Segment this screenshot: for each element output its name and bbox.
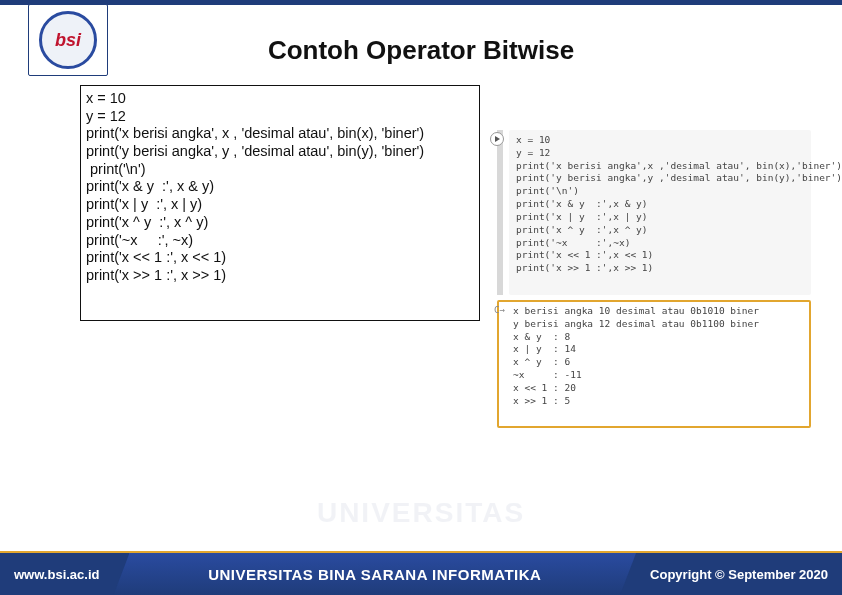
output-marker: C→	[494, 305, 505, 315]
nb-code-line: y = 12	[516, 147, 804, 160]
nb-out-line: y berisi angka 12 desimal atau 0b1100 bi…	[513, 318, 805, 331]
code-line: print('x << 1 :', x << 1)	[86, 249, 474, 267]
footer-center: UNIVERSITAS BINA SARANA INFORMATIKA	[129, 553, 620, 595]
footer: www.bsi.ac.id UNIVERSITAS BINA SARANA IN…	[0, 553, 842, 595]
code-line: print('x ^ y :', x ^ y)	[86, 214, 474, 232]
watermark: UNIVERSITAS	[130, 483, 712, 543]
nb-code-line: print('x berisi angka',x ,'desimal atau'…	[516, 160, 804, 173]
code-line: print('~x :', ~x)	[86, 232, 474, 250]
top-edge	[0, 0, 842, 5]
cell-gutter	[497, 130, 503, 295]
code-line: print('x & y :', x & y)	[86, 178, 474, 196]
nb-out-line: ~x : -11	[513, 369, 805, 382]
code-line: print('\n')	[86, 161, 474, 179]
footer-copyright: Copyright © September 2020	[620, 553, 842, 595]
nb-code-line: print('x ^ y :',x ^ y)	[516, 224, 804, 237]
code-line: x = 10	[86, 90, 474, 108]
nb-out-line: x >> 1 : 5	[513, 395, 805, 408]
nb-code-line: print('\n')	[516, 185, 804, 198]
notebook-code[interactable]: x = 10 y = 12 print('x berisi angka',x ,…	[509, 130, 811, 295]
nb-code-line: print('x << 1 :',x << 1)	[516, 249, 804, 262]
slide: bsi Contoh Operator Bitwise x = 10 y = 1…	[0, 0, 842, 595]
code-box: x = 10 y = 12 print('x berisi angka', x …	[80, 85, 480, 321]
notebook-output: x berisi angka 10 desimal atau 0b1010 bi…	[513, 305, 805, 408]
nb-out-line: x | y : 14	[513, 343, 805, 356]
notebook-output-cell: C→ x berisi angka 10 desimal atau 0b1010…	[497, 300, 811, 428]
nb-out-line: x & y : 8	[513, 331, 805, 344]
code-line: print('x berisi angka', x , 'desimal ata…	[86, 125, 474, 143]
footer-url: www.bsi.ac.id	[0, 553, 129, 595]
notebook-input-cell: x = 10 y = 12 print('x berisi angka',x ,…	[497, 130, 811, 295]
nb-code-line: x = 10	[516, 134, 804, 147]
run-cell-icon[interactable]	[490, 132, 504, 146]
nb-code-line: print('y berisi angka',y ,'desimal atau'…	[516, 172, 804, 185]
nb-out-line: x ^ y : 6	[513, 356, 805, 369]
nb-code-line: print('x | y :',x | y)	[516, 211, 804, 224]
code-line: print('y berisi angka', y , 'desimal ata…	[86, 143, 474, 161]
page-title: Contoh Operator Bitwise	[0, 35, 842, 66]
nb-out-line: x << 1 : 20	[513, 382, 805, 395]
nb-code-line: print('~x :',~x)	[516, 237, 804, 250]
nb-code-line: print('x >> 1 :',x >> 1)	[516, 262, 804, 275]
nb-out-line: x berisi angka 10 desimal atau 0b1010 bi…	[513, 305, 805, 318]
nb-code-line: print('x & y :',x & y)	[516, 198, 804, 211]
code-line: y = 12	[86, 108, 474, 126]
code-line: print('x >> 1 :', x >> 1)	[86, 267, 474, 285]
code-line: print('x | y :', x | y)	[86, 196, 474, 214]
